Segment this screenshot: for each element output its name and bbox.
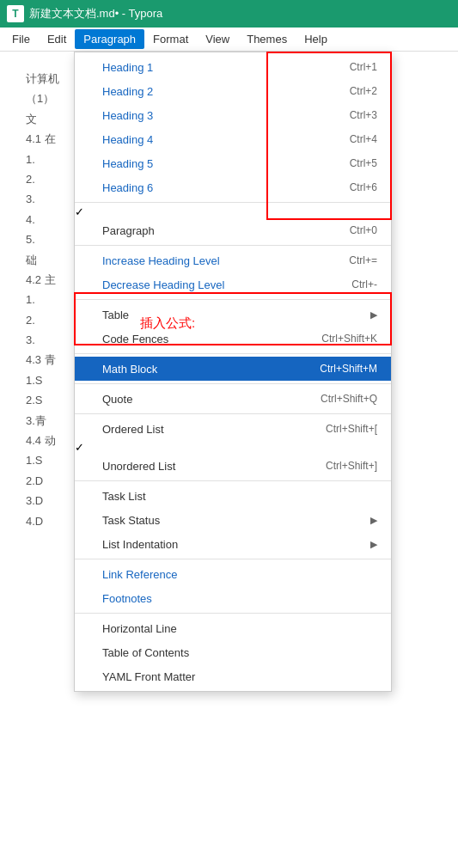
menu-item-heading1[interactable]: Heading 1 Ctrl+1 bbox=[75, 55, 391, 79]
heading2-shortcut: Ctrl+2 bbox=[350, 85, 377, 97]
menu-item-code-fences[interactable]: Code Fences Ctrl+Shift+K bbox=[75, 327, 391, 351]
menu-section-misc: Horizontal Line Table of Contents YAML F… bbox=[75, 614, 391, 691]
heading6-shortcut: Ctrl+6 bbox=[350, 181, 377, 193]
table-of-contents-label: Table of Contents bbox=[102, 646, 189, 659]
menu-item-heading4-wrap: Heading 4 Ctrl+4 bbox=[75, 127, 391, 151]
menu-item-heading5[interactable]: Heading 5 Ctrl+5 bbox=[75, 151, 391, 175]
paragraph-label: Paragraph bbox=[102, 224, 155, 237]
code-fences-label: Code Fences bbox=[102, 333, 168, 345]
menu-section-blocks: Table ▶ Code Fences Ctrl+Shift+K bbox=[75, 300, 391, 354]
paragraph-shortcut: Ctrl+0 bbox=[350, 224, 377, 236]
menu-item-math-block[interactable]: Math Block Ctrl+Shift+M bbox=[75, 357, 391, 381]
menu-item-table[interactable]: Table ▶ bbox=[75, 303, 391, 327]
math-block-label: Math Block bbox=[102, 363, 157, 376]
menu-item-horizontal-line[interactable]: Horizontal Line bbox=[75, 616, 391, 640]
menu-item-table-wrap: Table ▶ bbox=[75, 303, 391, 327]
heading1-shortcut: Ctrl+1 bbox=[350, 61, 377, 73]
increase-heading-label: Increase Heading Level bbox=[102, 254, 220, 267]
menu-help[interactable]: Help bbox=[296, 29, 336, 49]
menu-file[interactable]: File bbox=[3, 29, 39, 49]
menu-section-math: Math Block Ctrl+Shift+M bbox=[75, 354, 391, 384]
menu-item-heading5-wrap: Heading 5 Ctrl+5 bbox=[75, 151, 391, 175]
heading2-label: Heading 2 bbox=[102, 85, 153, 98]
code-fences-shortcut: Ctrl+Shift+K bbox=[321, 333, 377, 345]
menu-item-ordered-list[interactable]: Ordered List Ctrl+Shift+[ bbox=[75, 417, 391, 441]
menu-view[interactable]: View bbox=[197, 29, 238, 49]
heading4-label: Heading 4 bbox=[102, 133, 153, 146]
menu-section-tasks: Task List Task Status ▶ List Indentation… bbox=[75, 481, 391, 559]
menu-format[interactable]: Format bbox=[144, 29, 197, 49]
menu-item-quote-wrap: Quote Ctrl+Shift+Q bbox=[75, 387, 391, 411]
insert-formula-text: 插入公式: bbox=[140, 315, 195, 332]
unordered-list-label: Unordered List bbox=[102, 460, 175, 473]
menu-item-toc-wrap: Table of Contents bbox=[75, 640, 391, 664]
paragraph-menu: Heading 1 Ctrl+1 Heading 2 Ctrl+2 Headin… bbox=[74, 52, 392, 692]
menu-section-references: Link Reference Footnotes bbox=[75, 559, 391, 614]
menu-item-heading3-wrap: Heading 3 Ctrl+3 bbox=[75, 103, 391, 127]
menu-item-unordered-list[interactable]: Unordered List Ctrl+Shift+] bbox=[75, 454, 391, 478]
menu-paragraph[interactable]: Paragraph bbox=[75, 29, 144, 49]
menu-item-list-indent-wrap: List Indentation ▶ bbox=[75, 532, 391, 556]
unordered-check-icon: ✓ bbox=[75, 441, 84, 454]
unordered-list-shortcut: Ctrl+Shift+] bbox=[326, 460, 377, 472]
footnotes-label: Footnotes bbox=[102, 592, 152, 605]
app-icon: T bbox=[7, 5, 24, 22]
window-title: 新建文本文档.md• - Typora bbox=[29, 6, 162, 21]
check-icon: ✓ bbox=[75, 205, 84, 218]
decrease-heading-label: Decrease Heading Level bbox=[102, 278, 224, 291]
list-indentation-arrow-icon: ▶ bbox=[370, 539, 377, 550]
table-arrow-icon: ▶ bbox=[370, 309, 377, 321]
menu-item-ordered-list-wrap: Ordered List Ctrl+Shift+[ bbox=[75, 417, 391, 441]
menu-edit[interactable]: Edit bbox=[39, 29, 75, 49]
menu-item-footnotes-wrap: Footnotes bbox=[75, 586, 391, 610]
menu-item-yaml-wrap: YAML Front Matter bbox=[75, 664, 391, 688]
menu-item-horizontal-line-wrap: Horizontal Line bbox=[75, 616, 391, 640]
menu-item-increase-wrap: Increase Heading Level Ctrl+= bbox=[75, 248, 391, 272]
heading6-label: Heading 6 bbox=[102, 181, 153, 194]
menu-item-list-indentation[interactable]: List Indentation ▶ bbox=[75, 532, 391, 556]
menu-item-footnotes[interactable]: Footnotes bbox=[75, 586, 391, 610]
menu-item-link-reference[interactable]: Link Reference bbox=[75, 562, 391, 586]
heading4-shortcut: Ctrl+4 bbox=[350, 133, 377, 145]
menu-item-yaml[interactable]: YAML Front Matter bbox=[75, 664, 391, 688]
horizontal-line-label: Horizontal Line bbox=[102, 622, 177, 635]
menu-item-heading4[interactable]: Heading 4 Ctrl+4 bbox=[75, 127, 391, 151]
heading3-shortcut: Ctrl+3 bbox=[350, 109, 377, 121]
menu-bar: File Edit Paragraph Format View Themes H… bbox=[0, 28, 458, 52]
menu-item-increase-heading[interactable]: Increase Heading Level Ctrl+= bbox=[75, 248, 391, 272]
menu-themes[interactable]: Themes bbox=[238, 29, 296, 49]
menu-item-task-list-wrap: Task List bbox=[75, 484, 391, 508]
menu-item-heading2-wrap: Heading 2 Ctrl+2 bbox=[75, 79, 391, 103]
menu-item-decrease-wrap: Decrease Heading Level Ctrl+- bbox=[75, 272, 391, 296]
menu-section-quote: Quote Ctrl+Shift+Q bbox=[75, 384, 391, 414]
menu-section-heading-level: Increase Heading Level Ctrl+= Decrease H… bbox=[75, 246, 391, 300]
menu-item-task-status[interactable]: Task Status ▶ bbox=[75, 508, 391, 532]
menu-item-task-status-wrap: Task Status ▶ bbox=[75, 508, 391, 532]
task-list-label: Task List bbox=[102, 490, 146, 503]
heading5-label: Heading 5 bbox=[102, 157, 153, 170]
task-status-arrow-icon: ▶ bbox=[370, 515, 377, 526]
quote-shortcut: Ctrl+Shift+Q bbox=[321, 393, 377, 405]
menu-item-decrease-heading[interactable]: Decrease Heading Level Ctrl+- bbox=[75, 272, 391, 296]
menu-item-mathblock-wrap: Math Block Ctrl+Shift+M bbox=[75, 357, 391, 381]
list-indentation-label: List Indentation bbox=[102, 538, 178, 551]
task-status-label: Task Status bbox=[102, 514, 160, 527]
menu-item-heading6-wrap: Heading 6 Ctrl+6 bbox=[75, 175, 391, 199]
menu-item-codefences-wrap: Code Fences Ctrl+Shift+K bbox=[75, 327, 391, 351]
title-bar: T 新建文本文档.md• - Typora bbox=[0, 0, 458, 28]
menu-item-heading1-wrap: Heading 1 Ctrl+1 bbox=[75, 55, 391, 79]
menu-item-heading2[interactable]: Heading 2 Ctrl+2 bbox=[75, 79, 391, 103]
menu-item-unordered-list-wrap: ✓ Unordered List Ctrl+Shift+] bbox=[75, 441, 391, 478]
menu-item-heading3[interactable]: Heading 3 Ctrl+3 bbox=[75, 103, 391, 127]
menu-item-task-list[interactable]: Task List bbox=[75, 484, 391, 508]
ordered-list-shortcut: Ctrl+Shift+[ bbox=[326, 423, 377, 435]
heading1-label: Heading 1 bbox=[102, 61, 153, 74]
menu-item-heading6[interactable]: Heading 6 Ctrl+6 bbox=[75, 175, 391, 199]
quote-label: Quote bbox=[102, 393, 132, 406]
yaml-label: YAML Front Matter bbox=[102, 670, 195, 683]
menu-item-table-of-contents[interactable]: Table of Contents bbox=[75, 640, 391, 664]
menu-item-paragraph[interactable]: Paragraph Ctrl+0 bbox=[75, 218, 391, 242]
decrease-heading-shortcut: Ctrl+- bbox=[351, 278, 377, 290]
heading3-label: Heading 3 bbox=[102, 109, 153, 122]
menu-item-quote[interactable]: Quote Ctrl+Shift+Q bbox=[75, 387, 391, 411]
